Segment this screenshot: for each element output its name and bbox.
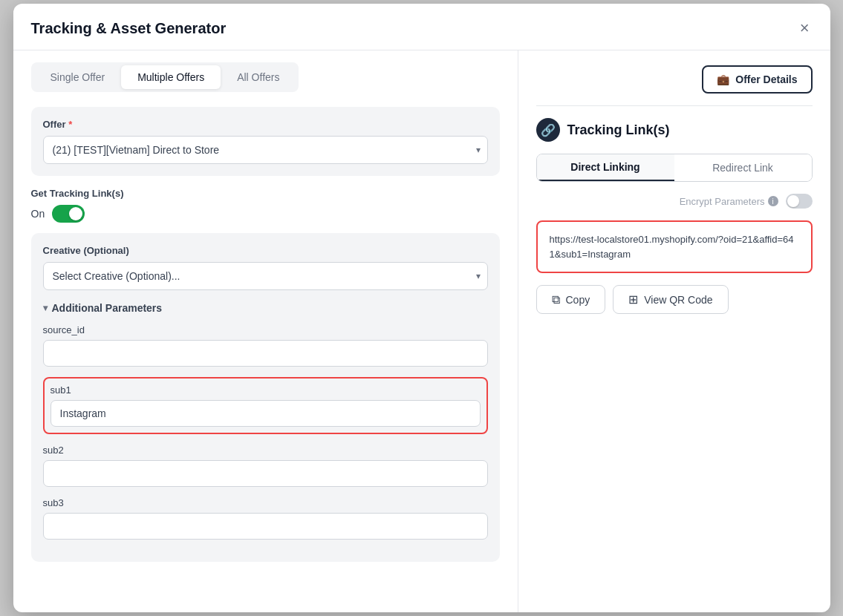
view-qr-button[interactable]: ⊞ View QR Code [613,285,728,314]
offer-select[interactable]: (21) [TEST][Vietnam] Direct to Store [43,136,488,164]
link-icon: 🔗 [536,118,560,142]
right-panel: 💼 Offer Details 🔗 Tracking Link(s) Direc… [518,50,830,612]
creative-section: Creative (Optional) Select Creative (Opt… [31,233,500,562]
copy-icon: ⧉ [552,293,560,307]
param-label-sub3: sub3 [43,497,488,508]
briefcase-icon: 💼 [717,73,729,85]
toggle-track [52,205,85,223]
close-button[interactable]: × [797,17,813,39]
tab-all-offers[interactable]: All Offers [221,65,296,89]
link-tab-row: Direct Linking Redirect Link [536,154,813,182]
param-field-sub1: sub1 [43,377,488,434]
qr-icon: ⊞ [628,292,638,307]
tab-single-offer[interactable]: Single Offer [34,65,122,89]
param-input-sub2[interactable] [43,460,488,487]
param-input-source-id[interactable] [43,340,488,367]
tab-direct-linking[interactable]: Direct Linking [537,154,674,181]
tab-row: Single Offer Multiple Offers All Offers [31,62,299,92]
param-input-sub1[interactable] [51,400,481,427]
param-label-source-id: source_id [43,324,488,335]
required-star: * [68,119,72,130]
toggle-thumb [69,207,82,220]
additional-params-section: ▾ Additional Parameters source_id sub1 [43,302,488,540]
additional-params-header[interactable]: ▾ Additional Parameters [43,302,488,314]
param-field-sub3: sub3 [43,497,488,540]
creative-select[interactable]: Select Creative (Optional)... [43,262,488,290]
info-icon[interactable]: i [768,196,778,206]
tracking-toggle-switch[interactable] [52,205,85,223]
url-display: https://test-localstore01.myshopify.com/… [536,220,813,273]
param-field-sub2: sub2 [43,445,488,487]
copy-button[interactable]: ⧉ Copy [536,285,606,314]
modal-header: Tracking & Asset Generator × [13,4,830,50]
left-panel: Single Offer Multiple Offers All Offers … [13,50,518,612]
creative-label: Creative (Optional) [43,245,488,256]
creative-select-wrapper: Select Creative (Optional)... ▾ [43,262,488,290]
modal: Tracking & Asset Generator × Single Offe… [13,4,830,612]
offer-details-button[interactable]: 💼 Offer Details [702,65,812,94]
tracking-toggle-label: Get Tracking Link(s) [31,188,500,199]
toggle-on-text: On [31,208,45,220]
encrypt-row: Encrypt Parameters i [536,194,813,209]
tracking-links-header: 🔗 Tracking Link(s) [536,118,813,142]
modal-title: Tracking & Asset Generator [31,20,227,37]
tab-multiple-offers[interactable]: Multiple Offers [121,65,221,89]
toggle-wrap: On [31,205,500,223]
encrypt-toggle[interactable] [786,194,813,209]
chevron-down-icon: ▾ [43,303,48,313]
chain-link-icon: 🔗 [541,123,556,137]
param-input-sub3[interactable] [43,513,488,540]
offer-details-row: 💼 Offer Details [536,65,813,94]
action-buttons: ⧉ Copy ⊞ View QR Code [536,285,813,314]
offer-section: Offer * (21) [TEST][Vietnam] Direct to S… [31,107,500,176]
encrypt-label: Encrypt Parameters i [680,196,778,207]
tab-redirect-link[interactable]: Redirect Link [674,154,812,181]
tracking-toggle-section: Get Tracking Link(s) On [31,188,500,223]
divider [536,105,813,106]
param-label-sub1: sub1 [51,384,481,396]
param-field-source-id: source_id [43,324,488,367]
modal-body: Single Offer Multiple Offers All Offers … [13,50,830,612]
offer-label: Offer * [43,119,488,130]
param-label-sub2: sub2 [43,445,488,456]
encrypt-toggle-thumb [787,195,799,207]
offer-select-wrapper: (21) [TEST][Vietnam] Direct to Store ▾ [43,136,488,164]
